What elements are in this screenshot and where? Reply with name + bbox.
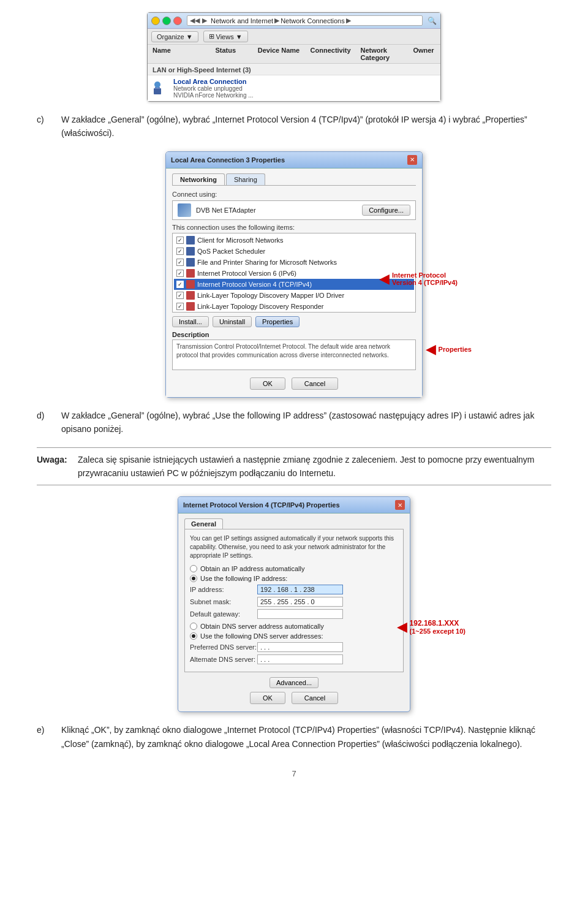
advanced-button[interactable]: Advanced... bbox=[270, 677, 318, 688]
connection-row[interactable]: Local Area Connection Network cable unpl… bbox=[148, 75, 440, 101]
annotation-ipv4: ◀ Internet Protocol Version 4 (TCP/IPv4) bbox=[379, 271, 472, 287]
dialog-titlebar: Local Area Connection 3 Properties ✕ bbox=[166, 152, 422, 169]
svg-rect-0 bbox=[154, 88, 161, 94]
breadcrumb-network-internet: Network and Internet bbox=[211, 17, 273, 25]
annotation-ip-wrapper: ◀ 192.168.1.XXX (1~255 except 10) bbox=[397, 619, 466, 635]
radio-auto-dns-row[interactable]: Obtain DNS server address automatically bbox=[190, 623, 398, 630]
checkbox-qos[interactable] bbox=[176, 248, 184, 255]
explorer-window: ◀◀ ▶ Network and Internet ▶ Network Conn… bbox=[147, 12, 441, 102]
item-icon bbox=[186, 291, 195, 300]
radio-manual-ip-row[interactable]: Use the following IP address: bbox=[190, 575, 398, 582]
subnet-input[interactable]: 255 . 255 . 255 . 0 bbox=[257, 597, 343, 607]
search-icon[interactable]: 🔍 bbox=[428, 17, 437, 25]
checkbox-mapper[interactable] bbox=[176, 292, 184, 299]
explorer-titlebar: ◀◀ ▶ Network and Internet ▶ Network Conn… bbox=[148, 13, 440, 29]
install-button[interactable]: Install... bbox=[172, 316, 209, 327]
instruction-e-text: Kliknąć „OK”, by zamknąć okno dialogowe … bbox=[61, 723, 551, 751]
organize-button[interactable]: Organize ▼ bbox=[151, 31, 198, 42]
list-item[interactable]: Link-Layer Topology Discovery Mapper I/O… bbox=[174, 290, 414, 301]
tab-networking[interactable]: Networking bbox=[172, 173, 225, 185]
preferred-dns-label: Preferred DNS server: bbox=[190, 643, 257, 651]
configure-button[interactable]: Configure... bbox=[362, 205, 410, 216]
item-label: Link-Layer Topology Discovery Responder bbox=[197, 303, 323, 310]
checkbox-ipv4[interactable] bbox=[176, 281, 184, 288]
breadcrumb-back-icon[interactable]: ◀◀ bbox=[190, 17, 200, 25]
ip-address-label: IP address: bbox=[190, 586, 257, 593]
header-device: Device Name bbox=[253, 47, 306, 61]
list-item[interactable]: QoS Packet Scheduler bbox=[174, 246, 414, 257]
ip-address-input[interactable]: 192 . 168 . 1 . 238 bbox=[257, 585, 343, 594]
annotation-properties: ◀ Properties bbox=[426, 341, 472, 357]
radio-auto-ip-row[interactable]: Obtain an IP address automatically bbox=[190, 565, 398, 572]
radio-auto-ip[interactable] bbox=[190, 565, 197, 572]
radio-manual-ip[interactable] bbox=[190, 575, 197, 582]
ipv4-inner: You can get IP settings assigned automat… bbox=[184, 529, 404, 672]
radio-auto-dns[interactable] bbox=[190, 623, 197, 630]
alternate-dns-row: Alternate DNS server: . . . bbox=[190, 654, 398, 664]
item-label: Link-Layer Topology Discovery Mapper I/O… bbox=[197, 292, 344, 299]
organize-label: Organize bbox=[157, 33, 184, 40]
list-item-ipv4[interactable]: Internet Protocol Version 4 (TCP/IPv4) bbox=[174, 279, 414, 290]
list-item[interactable]: Client for Microsoft Networks bbox=[174, 235, 414, 246]
item-label: Client for Microsoft Networks bbox=[197, 237, 284, 244]
maximize-button[interactable] bbox=[162, 17, 171, 25]
list-item[interactable]: File and Printer Sharing for Microsoft N… bbox=[174, 257, 414, 268]
connection-name: Local Area Connection bbox=[173, 78, 254, 85]
arrow-ipv4-icon: ◀ bbox=[379, 271, 390, 287]
ipv4-dialog: Internet Protocol Version 4 (TCP/IPv4) P… bbox=[178, 496, 410, 712]
item-icon bbox=[186, 269, 195, 278]
radio-manual-dns[interactable] bbox=[190, 632, 197, 640]
svg-point-2 bbox=[154, 82, 160, 88]
gateway-input[interactable] bbox=[257, 609, 343, 619]
ipv4-ok-button[interactable]: OK bbox=[250, 692, 285, 704]
alternate-dns-input[interactable]: . . . bbox=[257, 654, 343, 664]
properties-button[interactable]: Properties bbox=[255, 316, 300, 327]
radio-manual-ip-label: Use the following IP address: bbox=[200, 575, 287, 582]
gateway-row: Default gateway: bbox=[190, 609, 398, 619]
minimize-button[interactable] bbox=[151, 17, 160, 25]
breadcrumb-separator2: ▶ bbox=[346, 17, 351, 25]
item-icon bbox=[186, 236, 195, 245]
breadcrumb-nav-icon[interactable]: ▶ bbox=[202, 17, 207, 25]
ipv4-body: General You can get IP settings assigned… bbox=[178, 514, 410, 711]
annotation-properties-text: Properties bbox=[439, 346, 472, 353]
views-button[interactable]: ⊞ Views ▼ bbox=[203, 31, 248, 42]
checkbox-fileshare[interactable] bbox=[176, 259, 184, 266]
tab-sharing[interactable]: Sharing bbox=[226, 173, 265, 185]
item-label: QoS Packet Scheduler bbox=[197, 248, 265, 255]
instruction-d-text: W zakładce „General” (ogólne), wybrać „U… bbox=[61, 409, 551, 436]
checkbox-client[interactable] bbox=[176, 237, 184, 244]
radio-auto-ip-label: Obtain an IP address automatically bbox=[200, 565, 304, 572]
ok-button[interactable]: OK bbox=[250, 377, 285, 390]
header-owner: Owner bbox=[408, 47, 440, 61]
item-icon bbox=[186, 280, 195, 289]
close-button[interactable] bbox=[173, 17, 182, 25]
instruction-e: e) Kliknąć „OK”, by zamknąć okno dialogo… bbox=[37, 723, 551, 751]
annotation-ip-range: (1~255 except 10) bbox=[410, 628, 466, 635]
preferred-dns-input[interactable]: . . . bbox=[257, 642, 343, 652]
list-item[interactable]: Internet Protocol Version 6 (IPv6) bbox=[174, 268, 414, 279]
description-box: Transmission Control Protocol/Internet P… bbox=[172, 339, 416, 370]
checkbox-responder[interactable] bbox=[176, 303, 184, 310]
cancel-button[interactable]: Cancel bbox=[292, 377, 338, 390]
views-icon: ⊞ bbox=[209, 32, 214, 40]
views-label: Views bbox=[216, 33, 234, 40]
annotation-ipv4-text: Internet Protocol Version 4 (TCP/IPv4) bbox=[392, 271, 472, 286]
dialog-close-button[interactable]: ✕ bbox=[407, 155, 417, 165]
header-connectivity: Connectivity bbox=[306, 47, 356, 61]
item-label: File and Printer Sharing for Microsoft N… bbox=[197, 259, 337, 266]
header-status: Status bbox=[210, 47, 252, 61]
uninstall-button[interactable]: Uninstall bbox=[213, 316, 252, 327]
list-item[interactable]: Link-Layer Topology Discovery Responder bbox=[174, 301, 414, 312]
radio-manual-dns-row[interactable]: Use the following DNS server addresses: bbox=[190, 632, 398, 640]
ipv4-close-button[interactable]: ✕ bbox=[395, 500, 405, 510]
annotation-ip-text: 192.168.1.XXX bbox=[410, 619, 466, 628]
ipv4-ok-cancel: OK Cancel bbox=[184, 688, 404, 707]
dialog-tabs: Networking Sharing bbox=[172, 173, 416, 186]
checkbox-ipv6[interactable] bbox=[176, 270, 184, 277]
tab-general[interactable]: General bbox=[184, 518, 223, 529]
item-icon bbox=[186, 302, 195, 311]
radio-manual-dns-label: Use the following DNS server addresses: bbox=[200, 632, 323, 640]
ipv4-cancel-button[interactable]: Cancel bbox=[292, 692, 338, 704]
connection-device: NVIDIA nForce Networking ... bbox=[173, 92, 254, 99]
